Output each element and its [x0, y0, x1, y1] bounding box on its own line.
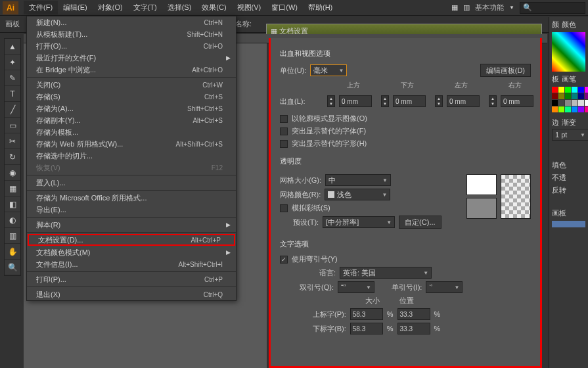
swatch[interactable] — [572, 93, 577, 99]
menu-item[interactable]: 存储为(A)...Shift+Ctrl+S — [27, 103, 236, 114]
grid-color-select[interactable]: 浅色▼ — [325, 189, 390, 200]
bleed-top-spin[interactable]: ▲▼ — [327, 95, 335, 107]
menu-3[interactable]: 文字(T) — [128, 1, 162, 14]
menu-item[interactable]: 最近打开的文件(F)▶ — [27, 52, 236, 64]
tool-7[interactable]: ↻ — [5, 149, 20, 165]
tool-6[interactable]: ✂ — [5, 133, 20, 149]
menu-4[interactable]: 选择(S) — [162, 1, 197, 14]
swatch[interactable] — [558, 87, 564, 93]
menu-item[interactable]: 退出(X)Ctrl+Q — [27, 288, 236, 300]
swatch[interactable] — [565, 93, 571, 99]
menu-item[interactable]: 文件信息(I)...Alt+Shift+Ctrl+I — [27, 258, 236, 270]
menu-item[interactable]: 存储为模板... — [27, 126, 236, 138]
menu-7[interactable]: 窗口(W) — [266, 1, 303, 14]
menu-item[interactable]: 文档颜色模式(M)▶ — [27, 246, 236, 258]
double-quote-select[interactable]: “”▼ — [338, 281, 374, 293]
chk-paper[interactable] — [280, 204, 288, 212]
subscript-size[interactable]: 58.3 — [350, 323, 383, 334]
subscript-pos[interactable]: 33.3 — [397, 323, 430, 334]
workspace-label[interactable]: 基本功能 — [475, 3, 504, 12]
menu-item[interactable]: 文档设置(D)...Alt+Ctrl+P — [28, 234, 235, 246]
swatch[interactable] — [558, 106, 564, 112]
swatch[interactable] — [578, 93, 584, 99]
grid-size-select[interactable]: 中▼ — [325, 174, 391, 186]
swatch[interactable] — [558, 93, 564, 99]
swatch[interactable] — [572, 106, 577, 112]
bleed-right-spin[interactable]: ▲▼ — [489, 95, 497, 107]
tool-9[interactable]: ▦ — [5, 181, 20, 196]
bleed-left[interactable]: 0 mm — [447, 95, 480, 107]
swatch[interactable] — [565, 100, 571, 106]
language-select[interactable]: 英语: 美国▼ — [340, 267, 432, 279]
menu-item[interactable]: 脚本(R)▶ — [27, 219, 236, 231]
search-input[interactable]: 🔍 — [520, 2, 585, 14]
swatch[interactable] — [585, 100, 588, 106]
swatch[interactable] — [565, 106, 571, 112]
menu-item[interactable]: 新建(N)...Ctrl+N — [27, 16, 236, 28]
swatch[interactable] — [572, 100, 577, 106]
swatch[interactable] — [552, 87, 558, 93]
bleed-bottom[interactable]: 0 mm — [393, 95, 426, 107]
menu-item[interactable]: 导出(E)... — [27, 204, 236, 216]
icon-grid[interactable]: ▥ — [463, 3, 470, 12]
menu-item[interactable]: 打开(O)...Ctrl+O — [27, 40, 236, 52]
chk-outline[interactable] — [280, 115, 288, 123]
artboard-thumb[interactable] — [552, 221, 585, 227]
menu-0[interactable]: 文件(F) — [24, 1, 58, 14]
swatch[interactable] — [558, 100, 564, 106]
tool-2[interactable]: ✎ — [5, 70, 20, 86]
swatch[interactable] — [585, 93, 588, 99]
menu-item[interactable]: 存储为 Microsoft Office 所用格式... — [27, 192, 236, 204]
tool-10[interactable]: ◧ — [5, 196, 20, 212]
menu-item[interactable]: 存储为 Web 所用格式(W)...Alt+Shift+Ctrl+S — [27, 138, 236, 150]
chk-curly[interactable]: ✓ — [280, 256, 288, 264]
bleed-left-spin[interactable]: ▲▼ — [435, 95, 443, 107]
custom-button[interactable]: 自定(C)... — [399, 216, 441, 229]
menu-8[interactable]: 帮助(H) — [303, 1, 338, 14]
bleed-bottom-spin[interactable]: ▲▼ — [381, 95, 389, 107]
menu-6[interactable]: 视图(V) — [232, 1, 267, 14]
single-quote-select[interactable]: ‘’▼ — [426, 281, 463, 293]
menu-item[interactable]: 置入(L)... — [27, 177, 236, 189]
menu-5[interactable]: 效果(C) — [196, 1, 231, 14]
bleed-right[interactable]: 0 mm — [501, 95, 533, 107]
stroke-weight[interactable]: 1 pt▼ — [552, 129, 588, 141]
swatch[interactable] — [565, 87, 571, 93]
icon-doc[interactable]: ▦ — [451, 3, 458, 12]
swatch[interactable] — [572, 87, 577, 93]
swatch[interactable] — [552, 100, 558, 106]
swatch[interactable] — [578, 106, 584, 112]
bleed-top[interactable]: 0 mm — [339, 95, 372, 107]
superscript-size[interactable]: 58.3 — [350, 308, 383, 320]
swatch[interactable] — [585, 87, 588, 93]
swatch-white[interactable] — [466, 174, 497, 195]
swatch[interactable] — [552, 93, 558, 99]
swatch[interactable] — [578, 100, 584, 106]
unit-select[interactable]: 毫米▼ — [310, 64, 347, 76]
menu-item[interactable]: 在 Bridge 中浏览...Alt+Ctrl+O — [27, 64, 236, 76]
menu-item[interactable]: 从模板新建(T)...Shift+Ctrl+N — [27, 28, 236, 40]
menu-item[interactable]: 关闭(C)Ctrl+W — [27, 79, 236, 91]
edit-artboard-button[interactable]: 编辑画板(D) — [480, 64, 531, 77]
tool-3[interactable]: T — [5, 86, 20, 102]
tool-4[interactable]: ╱ — [5, 102, 20, 118]
menu-item[interactable]: 存储(S)Ctrl+S — [27, 91, 236, 103]
tool-14[interactable]: 🔍 — [5, 260, 20, 275]
tool-5[interactable]: ▭ — [5, 118, 20, 133]
chk-fonts[interactable] — [280, 127, 288, 135]
swatch-gray[interactable] — [466, 198, 497, 219]
menu-item[interactable]: 存储选中的切片... — [27, 150, 236, 162]
tool-13[interactable]: ✋ — [5, 244, 20, 260]
color-spectrum[interactable] — [552, 32, 585, 72]
superscript-pos[interactable]: 33.3 — [397, 308, 430, 320]
menu-1[interactable]: 编辑(E) — [58, 1, 93, 14]
menu-item[interactable]: 打印(P)...Ctrl+P — [27, 273, 236, 285]
swatch[interactable] — [585, 106, 588, 112]
chk-glyphs[interactable] — [280, 140, 288, 148]
tool-8[interactable]: ◉ — [5, 165, 20, 181]
preset-select[interactable]: [中分辨率]▼ — [323, 216, 395, 228]
menu-item[interactable]: 恢复(V)F12 — [27, 162, 236, 173]
swatch[interactable] — [552, 106, 558, 112]
tool-11[interactable]: ◐ — [5, 212, 20, 228]
menu-item[interactable]: 存储副本(Y)...Alt+Ctrl+S — [27, 114, 236, 126]
